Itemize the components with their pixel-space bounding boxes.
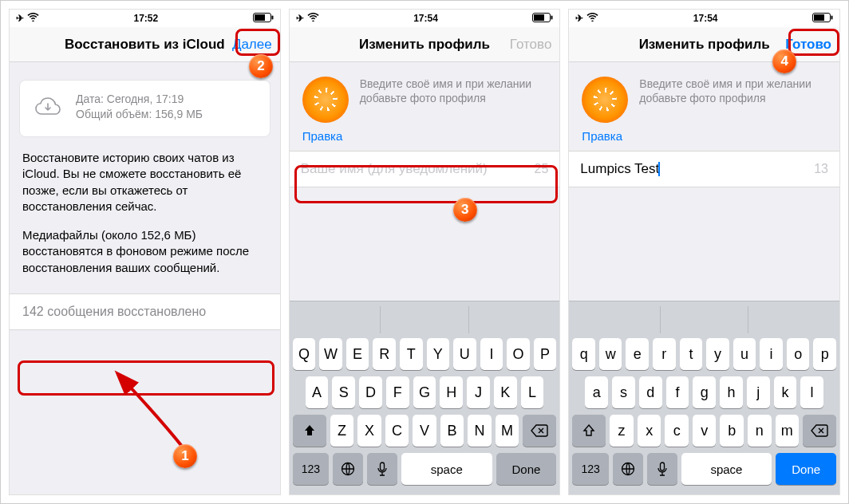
key-v[interactable]: V <box>413 415 436 447</box>
svg-rect-10 <box>831 15 833 19</box>
svg-rect-7 <box>380 463 384 471</box>
key-g[interactable]: G <box>413 376 436 408</box>
shift-key[interactable] <box>572 415 606 447</box>
key-z[interactable]: Z <box>330 415 354 447</box>
key-u[interactable]: U <box>453 338 476 370</box>
cloud-restore-icon <box>31 92 65 125</box>
key-a[interactable]: A <box>306 376 329 408</box>
key-p[interactable]: p <box>813 338 836 370</box>
key-p[interactable]: P <box>534 338 557 370</box>
key-c[interactable]: C <box>385 415 409 447</box>
key-q[interactable]: q <box>572 338 595 370</box>
globe-key[interactable] <box>613 453 643 485</box>
key-m[interactable]: m <box>776 415 800 447</box>
wifi-icon <box>27 13 39 24</box>
key-o[interactable]: o <box>787 338 810 370</box>
key-b[interactable]: B <box>440 415 464 447</box>
backspace-key[interactable] <box>523 415 556 447</box>
char-count: 25 <box>535 162 549 176</box>
key-j[interactable]: J <box>467 376 490 408</box>
wifi-icon <box>307 13 319 24</box>
done-key[interactable]: Done <box>496 453 557 485</box>
space-key[interactable]: space <box>401 453 492 485</box>
shift-key[interactable] <box>293 415 326 447</box>
name-value: Lumpics Test <box>580 161 659 177</box>
status-bar: ✈ 17:52 <box>10 10 280 27</box>
next-button[interactable]: Далее <box>232 37 272 53</box>
edit-photo-link[interactable]: Правка <box>582 129 827 143</box>
key-k[interactable]: k <box>774 376 797 408</box>
key-k[interactable]: K <box>494 376 517 408</box>
key-v[interactable]: v <box>693 415 717 447</box>
key-l[interactable]: l <box>800 376 823 408</box>
backspace-key[interactable] <box>803 415 836 447</box>
svg-rect-5 <box>551 15 553 19</box>
key-i[interactable]: I <box>480 338 503 370</box>
key-u[interactable]: u <box>733 338 756 370</box>
profile-avatar[interactable] <box>302 77 349 123</box>
suggestion-bar[interactable] <box>572 306 836 333</box>
done-button[interactable]: Готово <box>510 37 552 53</box>
keyboard[interactable]: QWERTYUIOP ASDFGHJKL ZXCVBNM 123 space D… <box>290 301 560 494</box>
profile-hint: Введите своё имя и при желании добавьте … <box>360 77 547 105</box>
name-input[interactable]: Lumpics Test 13 <box>569 151 839 187</box>
key-y[interactable]: y <box>706 338 729 370</box>
key-w[interactable]: W <box>319 338 342 370</box>
name-input[interactable]: Ваше имя (для уведомлений) 25 <box>290 151 560 187</box>
key-e[interactable]: e <box>626 338 649 370</box>
key-o[interactable]: O <box>507 338 530 370</box>
airplane-icon: ✈ <box>296 13 304 24</box>
key-s[interactable]: s <box>612 376 635 408</box>
key-d[interactable]: d <box>639 376 662 408</box>
battery-icon <box>253 13 274 25</box>
mic-key[interactable] <box>367 453 397 485</box>
key-r[interactable]: R <box>373 338 396 370</box>
key-n[interactable]: n <box>748 415 772 447</box>
keyboard[interactable]: qwertyuiop asdfghjkl zxcvbnm 123 space D… <box>569 301 839 494</box>
nav-bar: Восстановить из iCloud Далее <box>10 27 280 62</box>
suggestion-bar[interactable] <box>293 306 557 333</box>
space-key[interactable]: space <box>681 453 772 485</box>
status-time: 17:54 <box>413 13 438 24</box>
profile-avatar[interactable] <box>582 77 628 123</box>
key-h[interactable]: h <box>720 376 743 408</box>
nav-title: Изменить профиль <box>639 37 770 53</box>
key-t[interactable]: T <box>400 338 423 370</box>
status-time: 17:52 <box>133 13 158 24</box>
key-c[interactable]: c <box>665 415 689 447</box>
edit-photo-link[interactable]: Правка <box>302 129 547 143</box>
key-n[interactable]: N <box>468 415 492 447</box>
airplane-icon: ✈ <box>575 13 583 24</box>
key-x[interactable]: X <box>357 415 381 447</box>
done-button[interactable]: Готово <box>785 37 831 53</box>
key-i[interactable]: i <box>760 338 783 370</box>
mic-key[interactable] <box>647 453 677 485</box>
key-a[interactable]: a <box>585 376 608 408</box>
key-s[interactable]: S <box>332 376 355 408</box>
key-r[interactable]: r <box>653 338 676 370</box>
key-f[interactable]: F <box>386 376 409 408</box>
key-t[interactable]: t <box>680 338 703 370</box>
key-y[interactable]: Y <box>427 338 450 370</box>
key-e[interactable]: E <box>346 338 369 370</box>
svg-rect-4 <box>534 14 544 21</box>
key-l[interactable]: L <box>521 376 544 408</box>
key-z[interactable]: z <box>610 415 634 447</box>
key-j[interactable]: j <box>747 376 770 408</box>
key-g[interactable]: g <box>693 376 716 408</box>
key-h[interactable]: H <box>440 376 463 408</box>
restore-description-2: Медиафайлы (около 152,6 МБ) восстановятс… <box>22 227 267 276</box>
key-f[interactable]: f <box>666 376 689 408</box>
messages-restored-row: 142 сообщения восстановлено <box>10 293 280 330</box>
key-q[interactable]: Q <box>293 338 316 370</box>
key-w[interactable]: w <box>599 338 622 370</box>
numbers-key[interactable]: 123 <box>293 453 329 485</box>
numbers-key[interactable]: 123 <box>572 453 608 485</box>
globe-key[interactable] <box>333 453 363 485</box>
key-x[interactable]: x <box>638 415 661 447</box>
key-m[interactable]: M <box>496 415 519 447</box>
key-b[interactable]: b <box>720 415 744 447</box>
screen-restore-icloud: ✈ 17:52 Восстановить из iCloud Далее <box>9 9 281 495</box>
key-d[interactable]: D <box>359 376 382 408</box>
done-key[interactable]: Done <box>776 453 836 485</box>
